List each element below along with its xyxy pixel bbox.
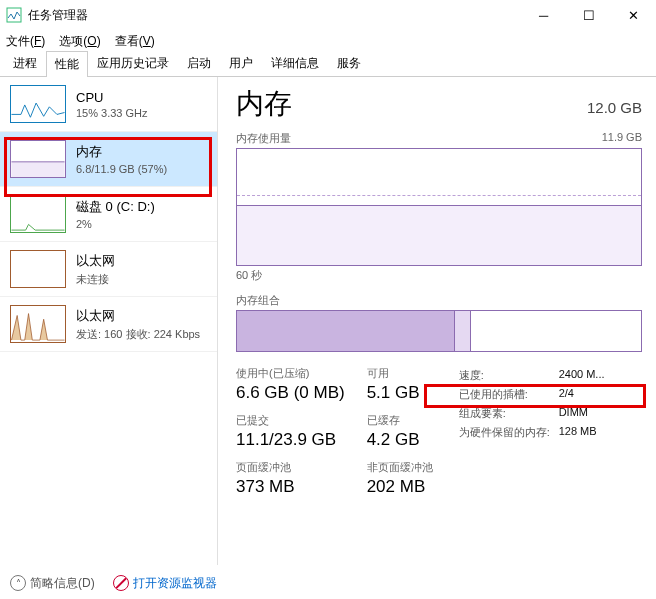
tab-processes[interactable]: 进程: [4, 50, 46, 76]
stat-val-inuse: 6.6 GB (0 MB): [236, 383, 345, 403]
stat-label-commit: 已提交: [236, 413, 345, 428]
ethernet-thumb-icon: [10, 305, 66, 343]
menu-file[interactable]: 文件(F): [6, 33, 45, 50]
tab-users[interactable]: 用户: [220, 50, 262, 76]
stat-label-inuse: 使用中(已压缩): [236, 366, 345, 381]
spec-key-slots: 已使用的插槽:: [459, 387, 559, 402]
stat-label-paged: 页面缓冲池: [236, 460, 345, 475]
sidebar-item-memory[interactable]: 内存6.8/11.9 GB (57%): [0, 132, 217, 187]
graph-label-compo: 内存组合: [236, 293, 280, 308]
stat-val-avail: 5.1 GB: [367, 383, 433, 403]
spec-val-speed: 2400 M...: [559, 368, 605, 383]
fewer-details-link[interactable]: ˄ 简略信息(D): [10, 575, 95, 592]
stat-val-cached: 4.2 GB: [367, 430, 433, 450]
bottombar: ˄ 简略信息(D) 打开资源监视器: [0, 567, 656, 599]
app-icon: [6, 7, 22, 23]
sidebar-item-sub: 15% 3.33 GHz: [76, 107, 209, 119]
spec-val-form: DIMM: [559, 406, 588, 421]
svg-rect-1: [11, 162, 64, 177]
sidebar-item-sub: 2%: [76, 218, 209, 230]
graph-label-usage: 内存使用量: [236, 131, 291, 146]
chevron-up-icon: ˄: [10, 575, 26, 591]
main-panel: 内存 12.0 GB 内存使用量11.9 GB 60 秒 内存组合 使用中(已压…: [218, 77, 656, 565]
spec-key-speed: 速度:: [459, 368, 559, 383]
stat-label-avail: 可用: [367, 366, 433, 381]
tab-startup[interactable]: 启动: [178, 50, 220, 76]
tab-performance[interactable]: 性能: [46, 51, 88, 77]
close-button[interactable]: ✕: [611, 0, 656, 30]
stat-val-nonpaged: 202 MB: [367, 477, 433, 497]
memory-thumb-icon: [10, 140, 66, 178]
stat-label-nonpaged: 非页面缓冲池: [367, 460, 433, 475]
sidebar-item-ethernet-1[interactable]: 以太网未连接: [0, 242, 217, 297]
tabs: 进程 性能 应用历史记录 启动 用户 详细信息 服务: [0, 52, 656, 77]
tab-services[interactable]: 服务: [328, 50, 370, 76]
memory-composition-graph[interactable]: [236, 310, 642, 352]
cpu-thumb-icon: [10, 85, 66, 123]
sidebar-item-sub: 未连接: [76, 272, 209, 287]
menu-view[interactable]: 查看(V): [115, 33, 155, 50]
menubar: 文件(F) 选项(O) 查看(V): [0, 30, 656, 52]
sidebar-item-disk[interactable]: 磁盘 0 (C: D:)2%: [0, 187, 217, 242]
titlebar: 任务管理器 ─ ☐ ✕: [0, 0, 656, 30]
minimize-button[interactable]: ─: [521, 0, 566, 30]
disk-thumb-icon: [10, 195, 66, 233]
sidebar-item-cpu[interactable]: CPU15% 3.33 GHz: [0, 77, 217, 132]
spec-key-reserved: 为硬件保留的内存:: [459, 425, 559, 440]
sidebar-item-label: 磁盘 0 (C: D:): [76, 198, 209, 216]
graph-max: 11.9 GB: [602, 131, 642, 146]
sidebar-item-label: 以太网: [76, 307, 209, 325]
tab-app-history[interactable]: 应用历史记录: [88, 50, 178, 76]
menu-options[interactable]: 选项(O): [59, 33, 100, 50]
spec-key-form: 组成要素:: [459, 406, 559, 421]
sidebar-item-sub: 发送: 160 接收: 224 Kbps: [76, 327, 209, 342]
graph-footer: 60 秒: [236, 268, 642, 283]
ethernet-thumb-icon: [10, 250, 66, 288]
stat-val-paged: 373 MB: [236, 477, 345, 497]
spec-val-slots: 2/4: [559, 387, 574, 402]
sidebar-item-label: 以太网: [76, 252, 209, 270]
tab-details[interactable]: 详细信息: [262, 50, 328, 76]
stat-val-commit: 11.1/23.9 GB: [236, 430, 345, 450]
page-title: 内存: [236, 85, 292, 123]
sidebar-item-ethernet-2[interactable]: 以太网发送: 160 接收: 224 Kbps: [0, 297, 217, 352]
window-title: 任务管理器: [28, 7, 521, 24]
sidebar-item-label: 内存: [76, 143, 209, 161]
sidebar-item-sub: 6.8/11.9 GB (57%): [76, 163, 209, 175]
sidebar-item-label: CPU: [76, 90, 209, 105]
maximize-button[interactable]: ☐: [566, 0, 611, 30]
open-resmon-link[interactable]: 打开资源监视器: [113, 575, 217, 592]
spec-val-reserved: 128 MB: [559, 425, 597, 440]
resmon-icon: [113, 575, 129, 591]
sidebar: CPU15% 3.33 GHz 内存6.8/11.9 GB (57%) 磁盘 0…: [0, 77, 218, 565]
spec-table: 速度:2400 M... 已使用的插槽:2/4 组成要素:DIMM 为硬件保留的…: [459, 368, 605, 507]
stat-label-cached: 已缓存: [367, 413, 433, 428]
memory-capacity: 12.0 GB: [587, 99, 642, 116]
memory-usage-graph[interactable]: [236, 148, 642, 266]
